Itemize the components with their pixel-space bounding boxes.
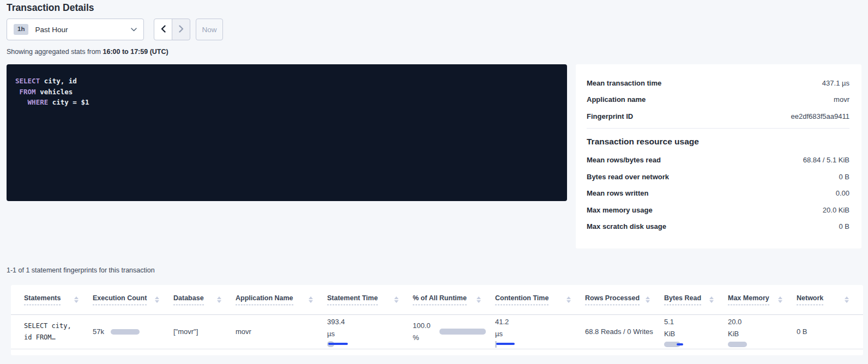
column-header-pct-of-all-runtime[interactable]: % of All Runtime bbox=[413, 285, 495, 314]
cell-pct-of-all-runtime: 100.0 % bbox=[413, 314, 495, 349]
sort-carets-icon[interactable] bbox=[646, 296, 650, 303]
chevron-left-icon bbox=[161, 25, 166, 34]
column-header-contention-time[interactable]: Contention Time bbox=[495, 285, 585, 314]
next-time-window-button[interactable] bbox=[172, 19, 190, 40]
summary-row-max-scratch-disk-usage: Max scratch disk usage 0 B bbox=[587, 219, 849, 235]
sort-carets-icon[interactable] bbox=[778, 296, 782, 303]
cell-statement: SELECT city, id FROM… bbox=[11, 314, 93, 349]
sort-carets-icon[interactable] bbox=[709, 296, 714, 303]
sort-carets-icon[interactable] bbox=[155, 296, 159, 303]
sort-carets-icon[interactable] bbox=[394, 296, 399, 303]
cell-execution-count: 57k bbox=[93, 314, 173, 349]
summary-row-mean-rows-written: Mean rows written 0.00 bbox=[587, 185, 849, 202]
time-toolbar: 1h Past Hour Now bbox=[7, 19, 223, 40]
column-header-max-memory[interactable]: Max Memory bbox=[728, 285, 797, 314]
sort-carets-icon[interactable] bbox=[477, 296, 481, 303]
statement-fingerprints-count: 1-1 of 1 statement fingerprints for this… bbox=[7, 266, 155, 274]
summary-row-fingerprint-id: Fingerprint ID ee2df683f5aa9411 bbox=[587, 108, 849, 125]
column-header-application-name[interactable]: Application Name bbox=[236, 285, 327, 314]
resource-usage-section-title: Transaction resource usage bbox=[587, 137, 849, 147]
statements-table: Statements Execution Count Database Appl… bbox=[11, 285, 863, 349]
column-header-rows-processed[interactable]: Rows Processed bbox=[585, 285, 664, 314]
statement-row: SELECT city, id FROM… 57k ["movr"] movr … bbox=[11, 314, 863, 349]
cell-network: 0 B bbox=[797, 314, 863, 349]
cell-contention-time: 41.2 µs bbox=[495, 314, 585, 349]
max-memory-bar bbox=[728, 342, 747, 347]
chevron-right-icon bbox=[179, 25, 184, 34]
column-header-database[interactable]: Database bbox=[173, 285, 236, 314]
bytes-read-bar bbox=[664, 342, 688, 347]
summary-row-mean-transaction-time: Mean transaction time 437.1 µs bbox=[587, 75, 849, 92]
summary-row-application-name: Application name movr bbox=[587, 92, 849, 108]
time-range-label: Past Hour bbox=[35, 26, 68, 34]
column-header-network[interactable]: Network bbox=[797, 285, 863, 314]
cell-max-memory: 20.0 KiB bbox=[728, 314, 797, 349]
time-range-badge: 1h bbox=[14, 24, 28, 35]
statement-time-bar bbox=[327, 341, 349, 348]
sql-line: FROM vehicles bbox=[15, 87, 558, 98]
previous-time-window-button[interactable] bbox=[154, 19, 172, 40]
cell-bytes-read: 5.1 KiB bbox=[664, 314, 728, 349]
sort-carets-icon[interactable] bbox=[309, 296, 313, 303]
sort-carets-icon[interactable] bbox=[566, 296, 571, 303]
sql-line: WHERE city = $1 bbox=[15, 97, 558, 108]
page-title: Transaction Details bbox=[7, 2, 94, 14]
column-header-statement-time[interactable]: Statement Time bbox=[327, 285, 413, 314]
statement-fingerprint-link[interactable]: SELECT city, id FROM… bbox=[24, 320, 93, 343]
table-header-row: Statements Execution Count Database Appl… bbox=[11, 285, 863, 314]
cell-database: ["movr"] bbox=[173, 314, 236, 349]
transaction-summary-card: Mean transaction time 437.1 µs Applicati… bbox=[576, 64, 861, 248]
chevron-down-icon bbox=[131, 28, 137, 32]
summary-row-mean-rows-bytes-read: Mean rows/bytes read 68.84 / 5.1 KiB bbox=[587, 152, 849, 169]
execution-count-bar bbox=[111, 329, 140, 335]
cell-rows-processed: 68.8 Reads / 0 Writes bbox=[585, 314, 664, 349]
sort-carets-icon[interactable] bbox=[74, 296, 79, 303]
aggregated-stats-note: Showing aggregated stats from 16:00 to 1… bbox=[7, 48, 168, 56]
sort-carets-icon[interactable] bbox=[217, 296, 221, 303]
column-header-execution-count[interactable]: Execution Count bbox=[93, 285, 173, 314]
summary-row-max-memory-usage: Max memory usage 20.0 KiB bbox=[587, 202, 849, 219]
summary-row-bytes-read-over-network: Bytes read over network 0 B bbox=[587, 168, 849, 185]
cell-statement-time: 393.4 µs bbox=[327, 314, 413, 349]
time-range-dropdown[interactable]: 1h Past Hour bbox=[7, 19, 144, 40]
stats-time-range: 16:00 to 17:59 (UTC) bbox=[103, 48, 168, 56]
statements-table-card: Statements Execution Count Database Appl… bbox=[11, 285, 863, 355]
runtime-pct-bar bbox=[439, 329, 486, 335]
sql-line: SELECT city, id bbox=[15, 76, 558, 87]
column-header-statements[interactable]: Statements bbox=[11, 285, 93, 314]
summary-divider bbox=[587, 128, 849, 129]
column-header-bytes-read[interactable]: Bytes Read bbox=[664, 285, 728, 314]
contention-time-bar bbox=[495, 341, 516, 348]
time-window-arrows bbox=[154, 19, 190, 40]
sort-carets-icon[interactable] bbox=[845, 296, 849, 303]
now-button[interactable]: Now bbox=[196, 19, 223, 40]
cell-application-name: movr bbox=[236, 314, 327, 349]
transaction-sql-statement: SELECT city, id FROM vehicles WHERE city… bbox=[7, 64, 567, 201]
